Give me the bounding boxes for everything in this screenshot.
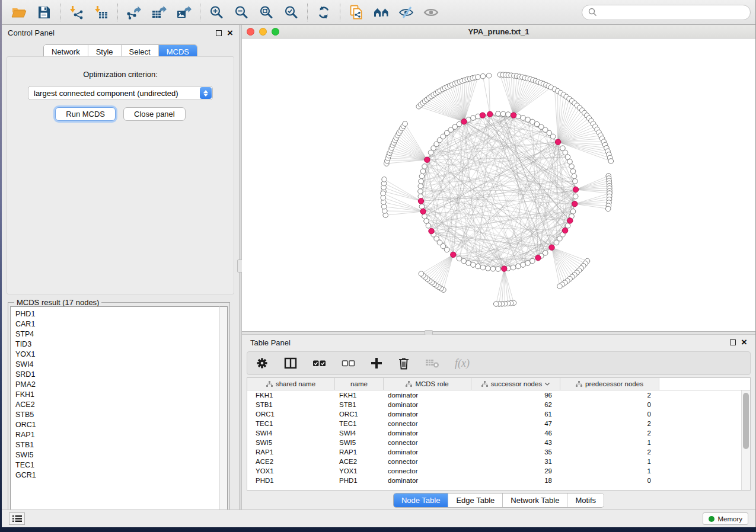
cell[interactable]: TEC1 xyxy=(335,420,384,427)
column-header-shared-name[interactable]: shared name xyxy=(247,378,335,390)
cell[interactable]: dominator xyxy=(384,448,471,456)
cell[interactable]: 62 xyxy=(471,401,560,408)
duplicate-network-button[interactable] xyxy=(344,2,369,23)
cell[interactable]: PHD1 xyxy=(335,477,384,484)
cell[interactable]: 1 xyxy=(560,458,659,465)
mcds-result-item[interactable]: STB1 xyxy=(11,440,219,450)
close-panel-icon[interactable]: × xyxy=(227,30,233,36)
float-panel-icon[interactable] xyxy=(216,30,222,36)
close-panel-icon[interactable]: × xyxy=(741,339,747,345)
mcds-result-item[interactable]: SWI5 xyxy=(11,450,219,460)
column-header-name[interactable]: name xyxy=(335,378,384,390)
cell[interactable]: dominator xyxy=(384,401,471,408)
mcds-result-item[interactable]: STB5 xyxy=(11,409,219,419)
tab-edge-table[interactable]: Edge Table xyxy=(448,493,502,507)
mcds-result-item[interactable]: ACE2 xyxy=(11,399,219,409)
mcds-result-item[interactable]: TEC1 xyxy=(11,460,219,470)
zoom-out-button[interactable] xyxy=(229,2,254,23)
cell[interactable]: FKH1 xyxy=(247,392,335,399)
mcds-result-item[interactable]: GCR1 xyxy=(11,470,219,480)
cell[interactable]: ORC1 xyxy=(247,411,335,418)
cell[interactable]: connector xyxy=(384,439,471,446)
cell[interactable]: SWI4 xyxy=(335,430,384,437)
export-image-button[interactable] xyxy=(171,2,196,23)
tab-network-table[interactable]: Network Table xyxy=(502,493,567,507)
table-scrollbar[interactable] xyxy=(741,390,750,490)
cell[interactable]: 2 xyxy=(560,392,659,399)
optimization-criterion-select[interactable]: largest connected component (undirected) xyxy=(28,86,213,100)
maximize-window-icon[interactable] xyxy=(272,28,279,36)
select-all-button[interactable] xyxy=(312,358,326,368)
cell[interactable]: dominator xyxy=(384,392,471,399)
cell[interactable]: 35 xyxy=(471,448,560,456)
table-row[interactable]: ACE2ACE2connector311 xyxy=(247,457,750,466)
network-graph[interactable] xyxy=(242,39,755,331)
cell[interactable]: YOX1 xyxy=(335,467,384,475)
cell[interactable]: dominator xyxy=(384,477,471,484)
table-row[interactable]: STB1STB1dominator620 xyxy=(247,400,750,409)
cell[interactable]: connector xyxy=(384,467,471,475)
mcds-result-item[interactable]: CAR1 xyxy=(11,319,219,329)
cell[interactable]: 2 xyxy=(560,420,659,427)
mcds-result-item[interactable]: SRD1 xyxy=(11,369,219,379)
cell[interactable]: RAP1 xyxy=(247,448,335,456)
open-session-button[interactable] xyxy=(7,2,31,23)
table-row[interactable]: TEC1TEC1connector472 xyxy=(247,419,750,428)
column-header-predecessor-nodes[interactable]: predecessor nodes xyxy=(560,378,659,390)
cell[interactable]: SWI5 xyxy=(335,439,384,446)
column-header-successor-nodes[interactable]: successor nodes xyxy=(471,378,560,390)
add-column-button[interactable] xyxy=(371,357,382,369)
cell[interactable]: connector xyxy=(384,420,471,427)
tab-node-table[interactable]: Node Table xyxy=(394,493,448,507)
cell[interactable]: YOX1 xyxy=(247,467,335,475)
mcds-result-item[interactable]: ORC1 xyxy=(11,419,219,430)
cell[interactable]: ACE2 xyxy=(247,458,335,465)
cell[interactable]: TEC1 xyxy=(247,420,335,427)
hide-selected-button[interactable] xyxy=(394,2,419,23)
cell[interactable]: 0 xyxy=(560,477,659,484)
cell[interactable]: STB1 xyxy=(335,401,384,408)
network-window-titlebar[interactable]: YPA_prune.txt_1 xyxy=(242,25,755,39)
table-row[interactable]: SWI5SWI5connector431 xyxy=(247,438,750,447)
mcds-result-item[interactable]: PMA2 xyxy=(11,379,219,389)
import-table-button[interactable] xyxy=(89,2,114,23)
close-window-icon[interactable] xyxy=(247,28,254,36)
table-row[interactable]: ORC1ORC1dominator610 xyxy=(247,409,750,419)
table-row[interactable]: FKH1FKH1dominator962 xyxy=(247,390,750,400)
cell[interactable]: 96 xyxy=(471,392,560,399)
mcds-result-item[interactable]: PHD1 xyxy=(11,309,219,319)
cell[interactable]: 0 xyxy=(560,411,659,418)
import-network-button[interactable] xyxy=(64,2,89,23)
run-mcds-button[interactable]: Run MCDS xyxy=(55,107,116,121)
export-network-button[interactable] xyxy=(122,2,146,23)
cell[interactable]: 2 xyxy=(560,448,659,456)
cell[interactable]: connector xyxy=(384,458,471,465)
cell[interactable]: SWI4 xyxy=(247,430,335,437)
export-table-button[interactable] xyxy=(146,2,171,23)
cell[interactable]: dominator xyxy=(384,430,471,437)
table-row[interactable]: SWI4SWI4dominator462 xyxy=(247,428,750,438)
cell[interactable]: 47 xyxy=(471,420,560,427)
cell[interactable]: FKH1 xyxy=(335,392,384,399)
cell[interactable]: SWI5 xyxy=(247,439,335,446)
cell[interactable]: ORC1 xyxy=(335,411,384,418)
network-canvas[interactable] xyxy=(242,39,755,331)
mcds-result-item[interactable]: SWI4 xyxy=(11,359,219,369)
float-panel-icon[interactable] xyxy=(730,339,736,345)
show-columns-button[interactable] xyxy=(284,357,297,369)
mcds-result-item[interactable]: FKH1 xyxy=(11,389,219,399)
memory-button[interactable]: Memory xyxy=(703,512,748,525)
delete-column-button[interactable] xyxy=(398,357,410,370)
tab-motifs[interactable]: Motifs xyxy=(567,493,604,507)
cell[interactable]: 29 xyxy=(471,467,560,475)
mcds-result-item[interactable]: TID3 xyxy=(11,339,219,349)
delete-table-button[interactable] xyxy=(425,358,439,368)
table-row[interactable]: YOX1YOX1connector291 xyxy=(247,466,750,476)
task-history-button[interactable] xyxy=(9,512,25,525)
cell[interactable]: 0 xyxy=(560,401,659,408)
minimize-window-icon[interactable] xyxy=(259,28,267,36)
table-settings-button[interactable] xyxy=(256,357,269,370)
cell[interactable]: STB1 xyxy=(247,401,335,408)
zoom-fit-button[interactable] xyxy=(254,2,279,23)
zoom-selected-button[interactable] xyxy=(279,2,304,23)
